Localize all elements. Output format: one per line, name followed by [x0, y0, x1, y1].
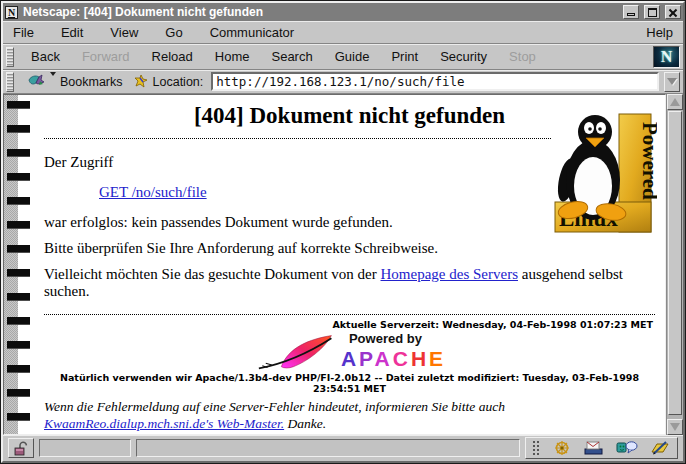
minimize-button[interactable]	[623, 5, 639, 19]
forward-button: Forward	[71, 46, 141, 67]
location-icon	[134, 74, 149, 89]
netscape-window: N Netscape: [404] Dokument nicht gefunde…	[0, 0, 686, 464]
component-bar	[525, 437, 678, 459]
apache-powered-by: Powered by	[349, 331, 446, 346]
location-bar-grip[interactable]	[6, 72, 14, 92]
divider-bottom	[44, 314, 655, 315]
location-bar: Bookmarks Location:	[3, 70, 683, 94]
suggestion-text: Vielleicht möchten Sie das gesuchte Doku…	[44, 266, 655, 300]
request-line: GET /no/such/file	[99, 184, 655, 201]
page-title: [404] Dokument nicht gefunden	[44, 103, 655, 129]
spiral-coils-decoration	[7, 95, 30, 434]
browser-viewport: Linux Powered	[3, 94, 666, 435]
chevron-up-icon	[670, 98, 680, 106]
chevron-down-icon	[667, 78, 677, 85]
menu-view[interactable]: View	[110, 25, 138, 40]
request-link[interactable]: GET /no/such/file	[99, 184, 207, 200]
status-progress-panel	[39, 439, 131, 457]
window-title: Netscape: [404] Dokument nicht gefunden	[23, 5, 618, 19]
location-chip: Location:	[131, 73, 207, 90]
bookmarks-label: Bookmarks	[60, 75, 123, 89]
close-button[interactable]	[665, 5, 681, 19]
location-label: Location:	[153, 75, 204, 89]
status-bar	[3, 435, 683, 461]
reload-button[interactable]: Reload	[141, 46, 204, 67]
intro-text: Der Zugriff	[44, 154, 655, 171]
maximize-button[interactable]	[644, 5, 660, 19]
url-history-dropdown-button[interactable]	[664, 72, 680, 92]
maximize-icon	[648, 8, 657, 17]
menu-bar: File Edit View Go Communicator Help	[3, 21, 683, 44]
apache-logo-name: APACHE	[341, 347, 446, 371]
security-button[interactable]: Security	[429, 46, 498, 67]
bookmark-dropdown-arrow	[50, 72, 56, 76]
netscape-logo-throbber[interactable]: N	[653, 46, 680, 68]
netscape-app-icon: N	[5, 6, 18, 19]
result-text: war erfolglos: kein passendes Dokument w…	[44, 214, 655, 231]
divider-top	[44, 138, 551, 139]
bookmark-icon	[28, 74, 48, 89]
menu-go[interactable]: Go	[165, 25, 182, 40]
scroll-up-button[interactable]	[667, 94, 683, 110]
stop-button: Stop	[498, 46, 547, 67]
mailbox-icon[interactable]	[583, 440, 605, 456]
server-info-text: Natürlich verwenden wir Apache/1.3b4-dev…	[44, 372, 655, 394]
navigation-toolbar: Back Forward Reload Home Search Guide Pr…	[3, 44, 683, 70]
search-button[interactable]: Search	[260, 46, 323, 67]
print-button[interactable]: Print	[380, 46, 429, 67]
content-row: Linux Powered	[3, 94, 683, 435]
status-message-panel	[136, 439, 520, 457]
menu-edit[interactable]: Edit	[61, 25, 83, 40]
back-button[interactable]: Back	[20, 46, 71, 67]
menu-file[interactable]: File	[13, 25, 34, 40]
apache-feather-icon	[253, 333, 339, 371]
navigator-icon[interactable]	[552, 440, 572, 456]
security-lock-button[interactable]	[8, 438, 34, 458]
component-bar-grip[interactable]	[532, 440, 541, 456]
composer-icon[interactable]	[649, 440, 671, 456]
footer-text: Wenn die Fehlermeldung auf eine Server-F…	[44, 399, 655, 433]
toolbar-grip[interactable]	[6, 47, 14, 67]
scrollbar-thumb[interactable]	[668, 111, 682, 415]
webmaster-link[interactable]: KwaamReo.dialup.mch.sni.de's Web-Master.	[44, 416, 284, 431]
scroll-down-button[interactable]	[667, 419, 683, 435]
guide-button[interactable]: Guide	[324, 46, 381, 67]
advice-text: Bitte überprüfen Sie Ihre Anforderung au…	[44, 240, 655, 257]
chevron-down-icon	[670, 423, 680, 431]
home-button[interactable]: Home	[204, 46, 261, 67]
window-frame: N Netscape: [404] Dokument nicht gefunde…	[1, 1, 685, 463]
apache-logo: Powered by APACHE	[44, 331, 655, 371]
url-input[interactable]	[211, 72, 659, 91]
discussions-icon[interactable]	[616, 440, 638, 456]
menu-communicator[interactable]: Communicator	[210, 25, 295, 40]
vertical-scrollbar[interactable]	[666, 94, 683, 435]
title-bar[interactable]: N Netscape: [404] Dokument nicht gefunde…	[3, 3, 683, 21]
server-time-text: Aktuelle Serverzeit: Wednesday, 04-Feb-1…	[44, 319, 653, 330]
unlock-icon	[13, 441, 29, 456]
bookmarks-button[interactable]: Bookmarks	[25, 73, 126, 90]
page-body: [404] Dokument nicht gefunden Der Zugrif…	[44, 97, 655, 434]
homepage-link[interactable]: Homepage des Servers	[381, 266, 518, 282]
minimize-icon	[627, 13, 635, 16]
menu-help[interactable]: Help	[646, 25, 673, 40]
